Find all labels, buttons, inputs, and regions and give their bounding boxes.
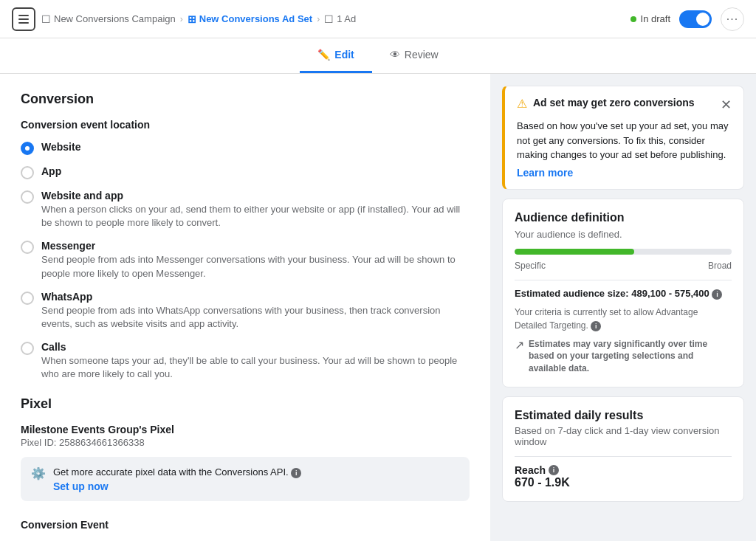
- audience-size: Estimated audience size: 489,100 - 575,4…: [515, 288, 732, 300]
- edit-icon: ✏️: [317, 49, 330, 61]
- setup-now-link[interactable]: Set up now: [53, 480, 301, 492]
- reach-label: Reach i: [515, 464, 732, 476]
- breadcrumb-sep-2: ›: [317, 14, 320, 24]
- tab-review[interactable]: 👁 Review: [372, 38, 456, 73]
- radio-website-app[interactable]: Website and app When a person clicks on …: [21, 190, 470, 230]
- main-layout: Conversion Conversion event location Web…: [0, 74, 756, 541]
- radio-calls-btn[interactable]: [21, 342, 34, 355]
- radio-app-label: App: [41, 165, 61, 177]
- breadcrumb: ☐ New Conversions Campaign › ⊞ New Conve…: [41, 13, 625, 25]
- radio-messenger-btn[interactable]: [21, 241, 34, 254]
- sidebar-toggle[interactable]: [12, 7, 35, 31]
- daily-results-desc: Based on 7-day click and 1-day view conv…: [515, 425, 732, 447]
- warning-icon: ⚠: [517, 97, 527, 111]
- adset-icon: ⊞: [188, 13, 196, 25]
- audience-criteria: Your criteria is currently set to allow …: [515, 306, 732, 332]
- tab-bar: ✏️ Edit 👁 Review: [0, 38, 756, 74]
- warning-header: ⚠ Ad set may get zero conversions ✕: [517, 97, 732, 113]
- radio-messenger[interactable]: Messenger Send people from ads into Mess…: [21, 240, 470, 280]
- radio-whatsapp[interactable]: WhatsApp Send people from ads into Whats…: [21, 291, 470, 331]
- conv-event-title: Conversion Event: [21, 519, 470, 531]
- radio-calls-desc: When someone taps your ad, they'll be ab…: [41, 354, 470, 381]
- pixel-info-icon[interactable]: i: [291, 468, 301, 478]
- radio-whatsapp-label: WhatsApp: [41, 291, 470, 303]
- pixel-section: Pixel Milestone Events Group's Pixel Pix…: [21, 396, 470, 501]
- conversion-title: Conversion: [21, 92, 470, 107]
- learn-more-link[interactable]: Learn more: [517, 167, 573, 179]
- estimates-text: Estimates may vary significantly over ti…: [529, 338, 732, 375]
- radio-app[interactable]: App: [21, 165, 470, 179]
- audience-defined: Your audience is defined.: [515, 229, 732, 240]
- broad-label: Broad: [708, 261, 732, 271]
- left-panel: Conversion Conversion event location Web…: [0, 74, 490, 541]
- draft-toggle[interactable]: [679, 10, 712, 28]
- conversion-event-section: Conversion Event Choose an event ✕: [21, 519, 470, 541]
- breadcrumb-campaign[interactable]: ☐ New Conversions Campaign: [41, 13, 176, 25]
- radio-calls-label: Calls: [41, 341, 470, 353]
- ad-icon: ☐: [324, 13, 334, 25]
- radio-website-app-btn[interactable]: [21, 190, 34, 204]
- pixel-id: Pixel ID: 2588634661366338: [21, 437, 470, 448]
- daily-results-title: Estimated daily results: [515, 409, 732, 422]
- audience-labels: Specific Broad: [515, 261, 732, 271]
- breadcrumb-ad[interactable]: ☐ 1 Ad: [324, 13, 356, 25]
- radio-messenger-label: Messenger: [41, 240, 470, 252]
- audience-bar: [515, 249, 732, 255]
- status-indicator: In draft: [630, 13, 670, 24]
- tab-edit[interactable]: ✏️ Edit: [300, 38, 371, 73]
- top-bar: ☐ New Conversions Campaign › ⊞ New Conve…: [0, 0, 756, 38]
- green-dot: [630, 16, 636, 22]
- pixel-title: Pixel: [21, 396, 470, 412]
- review-icon: 👁: [390, 49, 400, 61]
- radio-calls[interactable]: Calls When someone taps your ad, they'll…: [21, 341, 470, 381]
- breadcrumb-adset[interactable]: ⊞ New Conversions Ad Set: [188, 13, 312, 25]
- trend-icon: ↗: [515, 338, 524, 352]
- daily-results-card: Estimated daily results Based on 7-day c…: [502, 396, 744, 502]
- radio-website[interactable]: Website: [21, 141, 470, 155]
- campaign-icon: ☐: [41, 13, 51, 25]
- more-button[interactable]: ···: [721, 7, 744, 31]
- audience-card-title: Audience definition: [515, 211, 732, 224]
- warning-card: ⚠ Ad set may get zero conversions ✕ Base…: [502, 86, 744, 190]
- radio-website-label: Website: [41, 141, 80, 153]
- conversion-location-title: Conversion event location: [21, 119, 470, 131]
- radio-whatsapp-desc: Send people from ads into WhatsApp conve…: [41, 304, 470, 331]
- reach-value: 670 - 1.9K: [515, 476, 732, 489]
- audience-size-info-icon[interactable]: i: [712, 289, 722, 300]
- estimates-row: ↗ Estimates may vary significantly over …: [515, 338, 732, 375]
- pixel-banner: ⚙️ Get more accurate pixel data with the…: [21, 457, 470, 501]
- radio-website-btn[interactable]: [21, 142, 34, 155]
- audience-bar-fill: [515, 249, 634, 255]
- radio-messenger-desc: Send people from ads into Messenger conv…: [41, 253, 470, 280]
- right-panel: ⚠ Ad set may get zero conversions ✕ Base…: [490, 74, 756, 541]
- radio-website-app-label: Website and app: [41, 190, 470, 201]
- warning-close-icon[interactable]: ✕: [721, 97, 732, 113]
- top-bar-right: In draft ···: [630, 7, 744, 31]
- reach-info-icon[interactable]: i: [549, 465, 559, 475]
- pixel-banner-text: Get more accurate pixel data with the Co…: [53, 466, 301, 478]
- criteria-info-icon[interactable]: i: [591, 321, 601, 331]
- radio-website-app-desc: When a person clicks on your ad, send th…: [41, 203, 470, 230]
- warning-body: Based on how you've set up your ad set, …: [517, 119, 732, 162]
- breadcrumb-sep-1: ›: [180, 14, 183, 24]
- wrench-icon: ⚙️: [31, 466, 46, 480]
- specific-label: Specific: [515, 261, 546, 271]
- radio-app-btn[interactable]: [21, 166, 34, 179]
- pixel-name: Milestone Events Group's Pixel: [21, 424, 470, 435]
- warning-title: Ad set may get zero conversions: [533, 97, 715, 108]
- radio-whatsapp-btn[interactable]: [21, 292, 34, 305]
- audience-card: Audience definition Your audience is def…: [502, 199, 744, 387]
